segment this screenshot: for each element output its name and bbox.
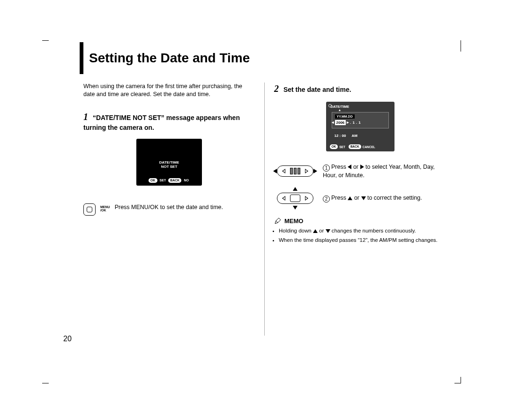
crop-mark [42, 377, 49, 383]
step2-heading-text: Set the date and time. [283, 86, 351, 93]
right-column: 2 Set the date and time. DATE/TIME ▲ YY.… [265, 82, 450, 336]
lcd-no-label: NO [183, 178, 190, 183]
instruction-row-2: 2Press or to correct the setting. [274, 188, 446, 209]
circled-1-icon: 1 [323, 165, 330, 172]
lcd1-line2: NOT SET [136, 165, 202, 169]
step2-heading: 2 Set the date and time. [274, 82, 446, 95]
left-column: When using the camera for the first time… [80, 82, 265, 336]
lcd-back-pill: BACK [168, 178, 181, 183]
lcd-ok-pill: OK [330, 144, 338, 149]
camera-lcd-datetime: DATE/TIME ▲ YY.MM.DD 2006 . 1 . 1 12 [326, 102, 394, 151]
circled-2-icon: 2 [323, 195, 330, 202]
memo-heading: MEMO [274, 217, 446, 225]
menu-ok-button-icon [83, 203, 96, 216]
page-number: 20 [63, 335, 72, 343]
memo-list: Holding down or changes the numbers cont… [274, 227, 446, 244]
camera-lcd-not-set: DATE/TIME NOT SET OK SET BACK NO [136, 139, 202, 186]
instruction-row-1: 1Press or to select Year, Month, Day, Ho… [274, 161, 446, 181]
menu-ok-instruction: MENU /OK Press MENU/OK to set the date a… [83, 203, 255, 216]
lcd2-time: 12 : 00 [335, 134, 346, 138]
step-number: 2 [274, 83, 279, 94]
lcd-set-label: SET [159, 178, 167, 183]
header: Setting the Date and Time [80, 42, 450, 74]
down-arrow-icon [361, 196, 366, 200]
instruction2-text: 2Press or to correct the setting. [323, 194, 422, 202]
intro-text: When using the camera for the first time… [83, 82, 255, 98]
lcd-back-pill: BACK [349, 144, 361, 149]
lcd2-month: 1 [353, 120, 355, 125]
dpad-vertical-icon [274, 188, 316, 209]
menu-ok-label: MENU /OK [100, 203, 110, 212]
manual-page: Setting the Date and Time When using the… [80, 42, 450, 336]
step1-heading: 1 “DATE/TIME NOT SET” message appears wh… [83, 111, 255, 132]
memo-item-2: When the time displayed passes “12”, the… [279, 237, 446, 244]
lcd1-bottom-bar: OK SET BACK NO [136, 178, 202, 183]
step1-heading-text: “DATE/TIME NOT SET” message appears when… [83, 114, 240, 131]
memo-label: MEMO [284, 218, 303, 225]
lcd-set-label: SET [339, 145, 345, 149]
lcd-cancel-label: CANCEL [363, 145, 375, 149]
page-title: Setting the Date and Time [89, 51, 250, 66]
lcd-ok-pill: OK [149, 178, 157, 183]
instruction1-text: 1Press or to select Year, Month, Day, Ho… [323, 163, 446, 180]
step-number: 1 [83, 112, 88, 122]
lcd2-day: 1 [358, 120, 360, 125]
right-arrow-icon [360, 165, 364, 169]
crop-mark [454, 40, 461, 52]
lcd2-ampm: AM [351, 134, 357, 138]
lcd2-panel: YY.MM.DD 2006 . 1 . 1 [332, 112, 389, 128]
crop-mark [42, 40, 49, 47]
pencil-icon [274, 217, 282, 225]
lcd1-line1: DATE/TIME [136, 160, 202, 165]
memo-item-1: Holding down or changes the numbers cont… [279, 227, 446, 235]
down-arrow-icon [326, 229, 330, 233]
lcd2-bottom-bar: OK SET BACK CANCEL [330, 144, 391, 149]
lcd2-format: YY.MM.DD [335, 114, 355, 119]
up-arrow-icon [348, 196, 352, 200]
step1-instruction-text: Press MENU/OK to set the date and time. [115, 203, 223, 211]
lcd2-year: 2006 [335, 120, 346, 125]
up-indicator-icon: ▲ [338, 108, 342, 112]
crop-mark [454, 377, 461, 383]
up-arrow-icon [313, 229, 318, 233]
dpad-horizontal-icon [274, 161, 316, 181]
